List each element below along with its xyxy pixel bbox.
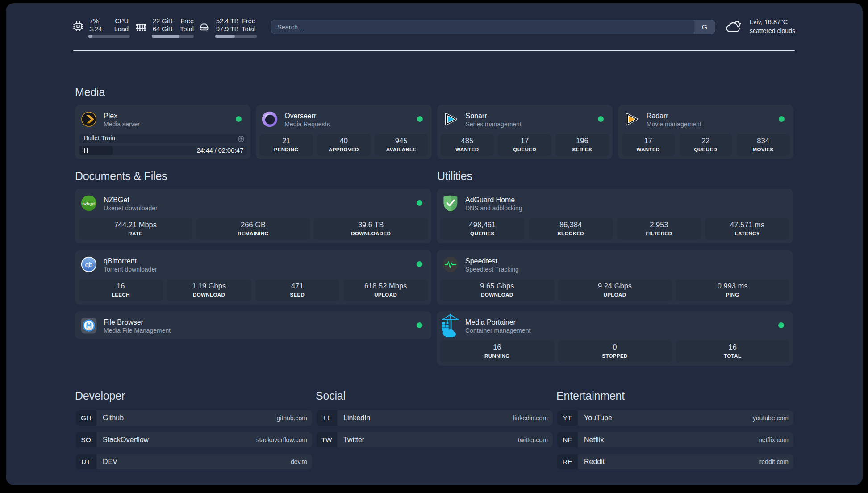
stat-wanted: 485WANTED [441, 134, 494, 156]
bookmark-body: Githubgithub.com [97, 410, 312, 426]
bookmark-column-entertainment: YTYouTubeyoutube.comNFNetflixnetflix.com… [556, 410, 793, 476]
stat-series: 196SERIES [555, 134, 609, 156]
service-card-qbittorrent[interactable]: qbqBittorrentTorrent downloader16LEECH1.… [75, 250, 431, 305]
sonarr-logo [443, 111, 459, 127]
resource-widget-disk: 52.4 TB 97.9 TBFree Total [199, 17, 255, 39]
group-media: PlexMedia serverBullet Train 24:44 / 02:… [75, 105, 793, 159]
bookmark-github[interactable]: GHGithubgithub.com [75, 410, 312, 426]
bookmark-linkedin[interactable]: LILinkedInlinkedin.com [316, 410, 553, 426]
stat-value: 22 [679, 136, 733, 145]
stat-value: 485 [441, 136, 494, 145]
resource-labels: CPU Load [114, 17, 129, 33]
player-time: 24:44 / 02:06:47 [196, 146, 243, 155]
service-title: Sonarr [466, 111, 487, 121]
service-card-file-browser[interactable]: File BrowserMedia File Management [75, 311, 431, 339]
service-card-adguard-home[interactable]: AdGuard HomeDNS and adblocking498,461QUE… [437, 189, 793, 243]
service-title: Speedtest [465, 256, 497, 266]
stat-leech: 16LEECH [79, 279, 163, 301]
resource-progress-fill [152, 35, 179, 38]
stat-approved: 40APPROVED [317, 134, 371, 156]
service-stats: 16LEECH1.19 GbpsDOWNLOAD471SEED618.52 Mb… [79, 279, 428, 301]
bookmark-twitter[interactable]: TWTwittertwitter.com [316, 432, 553, 447]
service-title: Media Portainer [465, 318, 516, 327]
bookmark-abbr: NF [557, 432, 577, 447]
service-card-plex[interactable]: PlexMedia serverBullet Train 24:44 / 02:… [75, 105, 250, 159]
stat-label: WANTED [622, 146, 675, 153]
bookmark-body: LinkedInlinkedin.com [338, 410, 553, 426]
bookmark-heading-social: Social [316, 389, 346, 402]
stat-label: TOTAL [676, 353, 789, 359]
filebrowser-logo [81, 318, 97, 334]
weather-widget: Lviv, 16.87°C scattered clouds [750, 17, 795, 35]
stat-label: REMAINING [196, 230, 310, 237]
topbar-divider [73, 50, 795, 51]
service-description: Speedtest Tracking [465, 265, 519, 273]
bookmark-heading-entertainment: Entertainment [556, 389, 625, 402]
service-description: Series management [466, 120, 522, 128]
service-description: Movie management [647, 120, 701, 128]
stat-download: 1.19 GbpsDOWNLOAD [167, 279, 251, 301]
resource-widget-cpu: 7% 3.24CPU Load [73, 17, 129, 39]
bookmark-abbr: SO [76, 432, 96, 447]
service-title: Radarr [647, 111, 668, 121]
bookmark-body: YouTubeyoutube.com [578, 410, 793, 426]
stat-value: 40 [317, 136, 371, 145]
service-card-overseerr[interactable]: OverseerrMedia Requests21PENDING40APPROV… [256, 105, 431, 159]
bookmark-url: youtube.com [753, 410, 789, 426]
stat-label: STOPPED [558, 353, 672, 359]
bookmark-youtube[interactable]: YTYouTubeyoutube.com [556, 410, 793, 426]
service-card-media-portainer[interactable]: Media PortainerContainer management16RUN… [437, 311, 793, 366]
bookmark-url: stackoverflow.com [256, 432, 307, 447]
bookmark-stackoverflow[interactable]: SOStackOverflowstackoverflow.com [75, 432, 312, 447]
bookmark-reddit[interactable]: RERedditreddit.com [556, 454, 793, 469]
bookmark-name: StackOverflow [103, 432, 149, 447]
bookmark-body: DEVdev.to [97, 454, 312, 469]
bookmark-name: DEV [103, 454, 117, 469]
stat-value: 498,461 [440, 220, 525, 229]
pause-icon[interactable] [84, 148, 88, 153]
svg-text:qb: qb [85, 261, 92, 268]
resource-values: 22 GiB 64 GiB [153, 17, 172, 33]
service-card-sonarr[interactable]: SonarrSeries management485WANTED17QUEUED… [437, 105, 613, 159]
service-card-radarr[interactable]: RadarrMovie management17WANTED22QUEUED83… [618, 105, 793, 159]
service-description: Container management [465, 326, 530, 334]
service-description: Torrent downloader [104, 265, 157, 273]
stat-value: 1.19 Gbps [167, 281, 251, 290]
bookmark-url: github.com [277, 410, 307, 426]
status-dot-online [417, 261, 422, 267]
stat-value: 618.52 Mbps [343, 281, 428, 290]
stat-stopped: 0STOPPED [558, 340, 672, 362]
status-dot-online [778, 322, 784, 328]
plex-logo [81, 111, 97, 127]
bookmark-url: reddit.com [760, 454, 789, 469]
bookmark-dev[interactable]: DTDEVdev.to [75, 454, 312, 469]
service-title: AdGuard Home [465, 195, 515, 205]
svg-text:nzbget: nzbget [82, 201, 96, 206]
weather-condition: scattered clouds [750, 26, 795, 35]
bookmark-column-developer: GHGithubgithub.comSOStackOverflowstackov… [75, 410, 312, 476]
stat-value: 0.993 ms [676, 281, 789, 290]
bookmark-netflix[interactable]: NFNetflixnetflix.com [556, 432, 793, 447]
stat-upload: 618.52 MbpsUPLOAD [343, 279, 428, 301]
bookmark-name: Twitter [343, 432, 364, 447]
resource-progress-bar [88, 35, 130, 38]
bookmark-name: LinkedIn [343, 410, 371, 426]
now-playing-row: Bullet Train [79, 134, 247, 143]
pause-bar-right [87, 148, 88, 153]
stat-label: LEECH [79, 292, 163, 298]
service-stats: 485WANTED17QUEUED196SERIES [441, 134, 609, 156]
stat-ping: 0.993 msPING [676, 279, 789, 301]
bookmark-abbr: LI [317, 410, 337, 426]
resource-values: 7% 3.24 [89, 17, 102, 33]
stat-value: 16 [79, 281, 163, 290]
stat-value: 471 [255, 281, 340, 290]
stat-label: AVAILABLE [375, 146, 428, 153]
bookmark-abbr: GH [76, 410, 96, 426]
service-card-speedtest[interactable]: SpeedtestSpeedtest Tracking9.65 GbpsDOWN… [437, 250, 793, 305]
search-input[interactable] [271, 20, 715, 34]
search-provider-button[interactable]: G [694, 20, 715, 34]
stat-blocked: 86,384BLOCKED [529, 218, 613, 240]
bookmark-body: Netflixnetflix.com [578, 432, 793, 447]
stat-label: UPLOAD [343, 292, 428, 298]
service-card-nzbget[interactable]: nzbgetNZBGetUsenet downloader744.21 Mbps… [75, 189, 431, 243]
